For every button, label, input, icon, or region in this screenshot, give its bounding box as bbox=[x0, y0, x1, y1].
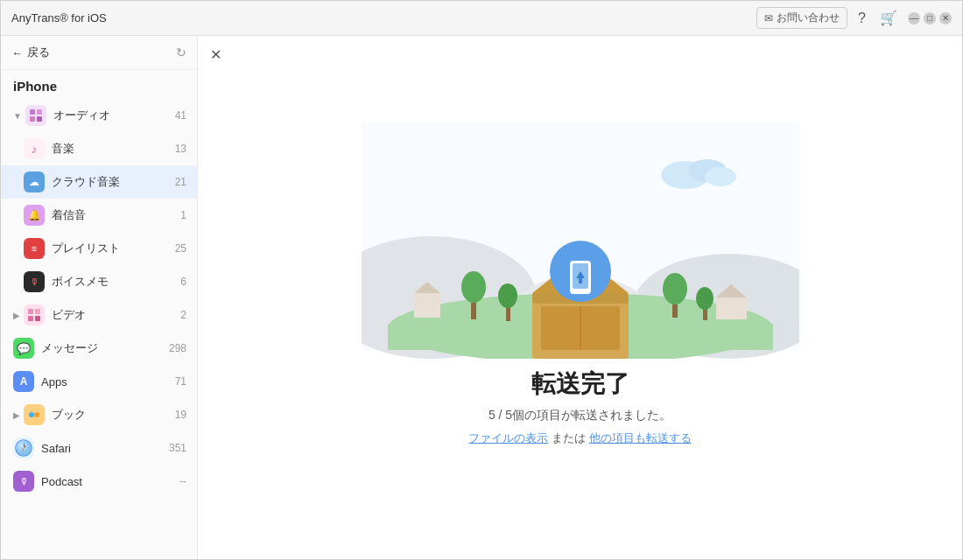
cloud-music-label: クラウド音楽 bbox=[52, 174, 175, 190]
svg-rect-2 bbox=[30, 116, 35, 122]
back-arrow-icon: ← bbox=[11, 46, 23, 60]
audio-label: オーディオ bbox=[53, 108, 175, 123]
svg-rect-3 bbox=[37, 116, 42, 122]
video-label: ビデオ bbox=[52, 307, 180, 323]
completion-links: ファイルの表示 または 他の項目も転送する bbox=[468, 430, 691, 446]
window-controls: — □ ✕ bbox=[908, 12, 952, 24]
books-icon bbox=[24, 404, 45, 425]
safari-icon bbox=[13, 438, 34, 458]
podcast-icon: 🎙 bbox=[13, 471, 34, 492]
sidebar-item-video[interactable]: ▶ ビデオ 2 bbox=[1, 298, 197, 332]
title-bar: AnyTrans® for iOS ✉ お問い合わせ ? 🛒 — □ ✕ bbox=[1, 1, 962, 36]
svg-rect-38 bbox=[576, 290, 585, 293]
content-area: ✕ bbox=[198, 36, 962, 559]
apps-icon: A bbox=[13, 371, 34, 392]
apps-label: Apps bbox=[41, 375, 175, 388]
main-layout: ← 戻る ↻ iPhone ▼ オーディオ 41 ♪ 音楽 13 bbox=[1, 36, 962, 559]
messages-icon: 💬 bbox=[13, 338, 34, 359]
sidebar-item-voice-memo[interactable]: 🎙 ボイスメモ 6 bbox=[1, 265, 197, 298]
cloud-music-icon: ☁ bbox=[24, 172, 45, 192]
podcast-count: -- bbox=[179, 475, 186, 487]
sidebar-item-podcast[interactable]: 🎙 Podcast -- bbox=[1, 465, 197, 498]
books-label: ブック bbox=[52, 407, 175, 423]
svg-point-24 bbox=[461, 271, 486, 303]
sidebar-item-ringtones[interactable]: 🔔 着信音 1 bbox=[1, 199, 197, 232]
cart-icon: 🛒 bbox=[880, 10, 897, 25]
video-icon bbox=[24, 304, 45, 326]
completion-title: 転送完了 bbox=[531, 368, 629, 401]
transfer-more-link[interactable]: 他の項目も転送する bbox=[589, 431, 692, 444]
close-button[interactable]: ✕ bbox=[939, 12, 952, 24]
completion-subtitle: 5 / 5個の項目が転送されました。 bbox=[489, 408, 671, 424]
svg-point-17 bbox=[705, 167, 736, 186]
sidebar-item-audio[interactable]: ▼ オーディオ 41 bbox=[1, 99, 197, 132]
maximize-button[interactable]: □ bbox=[924, 12, 936, 24]
contact-button[interactable]: ✉ お問い合わせ bbox=[756, 7, 847, 29]
device-title: iPhone bbox=[1, 70, 197, 99]
svg-rect-6 bbox=[28, 316, 33, 321]
sidebar-item-safari[interactable]: Safari 351 bbox=[1, 431, 197, 465]
sidebar-item-apps[interactable]: A Apps 71 bbox=[1, 365, 197, 398]
mail-icon: ✉ bbox=[764, 12, 773, 24]
help-button[interactable]: ? bbox=[854, 9, 869, 28]
sidebar-item-cloud-music[interactable]: ☁ クラウド音楽 21 bbox=[1, 165, 197, 199]
voice-memo-icon: 🎙 bbox=[24, 271, 45, 292]
sidebar-item-messages[interactable]: 💬 メッセージ 298 bbox=[1, 332, 197, 365]
voice-memo-label: ボイスメモ bbox=[52, 274, 180, 290]
expand-arrow-icon: ▼ bbox=[13, 111, 22, 121]
music-label: 音楽 bbox=[52, 141, 175, 157]
svg-point-8 bbox=[29, 412, 34, 417]
books-count: 19 bbox=[175, 409, 186, 421]
svg-rect-0 bbox=[30, 109, 35, 115]
svg-point-28 bbox=[663, 273, 687, 304]
svg-rect-7 bbox=[35, 316, 40, 321]
illustration-container: 転送完了 5 / 5個の項目が転送されました。 ファイルの表示 または 他の項目… bbox=[198, 36, 962, 559]
video-count: 2 bbox=[180, 309, 186, 321]
audio-icon bbox=[25, 105, 46, 126]
expand-arrow-books-icon: ▶ bbox=[13, 410, 20, 420]
playlists-icon: ≡ bbox=[24, 238, 45, 259]
link-middle-text: または bbox=[552, 431, 586, 444]
svg-rect-41 bbox=[716, 298, 747, 319]
sidebar-item-music[interactable]: ♪ 音楽 13 bbox=[1, 132, 197, 165]
music-count: 13 bbox=[175, 143, 186, 155]
sidebar-top: ← 戻る ↻ bbox=[1, 36, 197, 70]
playlists-label: プレイリスト bbox=[52, 241, 175, 256]
svg-point-30 bbox=[696, 287, 713, 310]
music-icon: ♪ bbox=[24, 138, 45, 159]
voice-memo-count: 6 bbox=[180, 276, 186, 288]
refresh-icon: ↻ bbox=[176, 46, 186, 60]
sidebar-item-playlists[interactable]: ≡ プレイリスト 25 bbox=[1, 232, 197, 265]
messages-label: メッセージ bbox=[41, 340, 169, 356]
safari-label: Safari bbox=[41, 442, 169, 455]
svg-rect-1 bbox=[37, 109, 42, 115]
audio-count: 41 bbox=[175, 109, 186, 122]
podcast-label: Podcast bbox=[41, 475, 179, 488]
svg-rect-43 bbox=[414, 293, 440, 318]
title-bar-controls: ✉ お問い合わせ ? 🛒 — □ ✕ bbox=[756, 7, 952, 29]
refresh-button[interactable]: ↻ bbox=[176, 46, 186, 60]
svg-rect-5 bbox=[35, 309, 40, 314]
ringtones-count: 1 bbox=[180, 209, 186, 221]
safari-count: 351 bbox=[169, 442, 186, 454]
svg-point-26 bbox=[498, 284, 517, 308]
cloud-music-count: 21 bbox=[175, 176, 186, 188]
apps-count: 71 bbox=[175, 375, 186, 388]
svg-rect-40 bbox=[579, 278, 582, 284]
back-button[interactable]: ← 戻る bbox=[11, 45, 50, 60]
view-files-link[interactable]: ファイルの表示 bbox=[468, 431, 548, 444]
help-icon: ? bbox=[858, 10, 866, 25]
transfer-complete-illustration bbox=[362, 114, 799, 359]
app-title: AnyTrans® for iOS bbox=[11, 11, 107, 24]
svg-point-9 bbox=[34, 412, 39, 417]
minimize-button[interactable]: — bbox=[908, 12, 920, 24]
messages-count: 298 bbox=[169, 342, 186, 354]
expand-arrow-video-icon: ▶ bbox=[13, 311, 20, 320]
playlists-count: 25 bbox=[175, 242, 186, 255]
ringtones-label: 着信音 bbox=[52, 207, 180, 223]
ringtones-icon: 🔔 bbox=[24, 205, 45, 226]
content-close-button[interactable]: ✕ bbox=[210, 46, 221, 63]
sidebar-item-books[interactable]: ▶ ブック 19 bbox=[1, 398, 197, 431]
svg-rect-4 bbox=[28, 309, 33, 314]
cart-button[interactable]: 🛒 bbox=[876, 8, 901, 28]
